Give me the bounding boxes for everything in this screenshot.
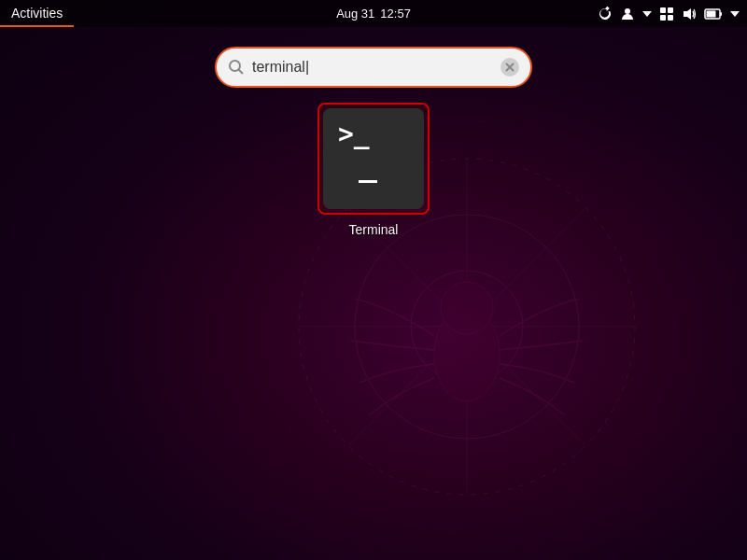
terminal-cursor — [359, 180, 377, 183]
svg-marker-16 — [684, 8, 691, 20]
activities-button[interactable]: Activities — [0, 0, 74, 27]
background-design — [233, 93, 700, 560]
svg-point-10 — [625, 8, 630, 14]
app-item-terminal[interactable]: >_ Terminal — [317, 103, 430, 237]
app-grid: >_ Terminal — [317, 103, 430, 237]
topbar-right — [598, 7, 747, 21]
date-display: Aug 31 — [336, 7, 374, 21]
battery-icon[interactable] — [704, 7, 723, 21]
svg-point-21 — [230, 61, 240, 71]
topbar: Activities Aug 31 12:57 — [0, 0, 747, 27]
user-icon[interactable] — [620, 7, 635, 21]
terminal-prompt-symbol: >_ — [338, 121, 370, 147]
svg-rect-14 — [660, 15, 666, 21]
search-icon — [228, 59, 245, 76]
svg-rect-19 — [707, 10, 716, 17]
svg-rect-18 — [720, 12, 722, 16]
svg-rect-12 — [660, 7, 666, 13]
svg-marker-11 — [642, 11, 652, 17]
svg-rect-15 — [668, 15, 673, 21]
topbar-center: Aug 31 12:57 — [336, 7, 411, 21]
topbar-left: Activities — [0, 0, 74, 27]
search-input[interactable] — [252, 59, 493, 76]
search-bar — [215, 47, 532, 88]
app-icon-wrapper-terminal: >_ — [317, 103, 430, 215]
user-dropdown-icon[interactable] — [642, 9, 652, 19]
svg-marker-20 — [730, 11, 740, 17]
app-label-terminal: Terminal — [349, 222, 399, 237]
activities-label: Activities — [11, 6, 63, 21]
terminal-icon: >_ — [323, 108, 424, 209]
network-icon[interactable] — [659, 7, 674, 21]
battery-dropdown-icon[interactable] — [730, 9, 740, 19]
volume-icon[interactable] — [682, 7, 697, 21]
update-icon[interactable] — [598, 7, 613, 21]
search-clear-button[interactable] — [500, 58, 519, 77]
svg-rect-13 — [668, 7, 673, 13]
svg-point-8 — [441, 282, 493, 334]
svg-line-22 — [239, 70, 244, 75]
time-display: 12:57 — [380, 7, 411, 21]
search-container — [215, 47, 532, 88]
